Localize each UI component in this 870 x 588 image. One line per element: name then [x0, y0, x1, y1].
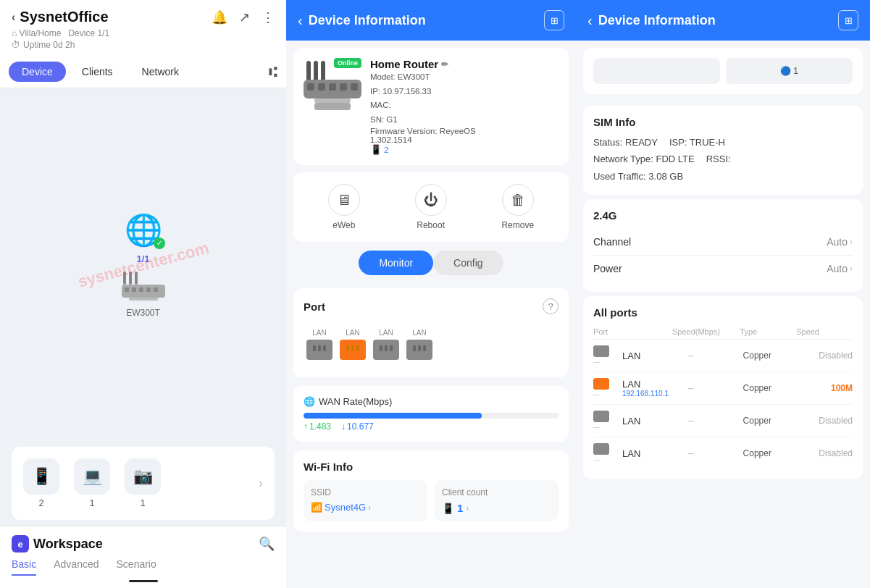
- phone-icon: 📱: [23, 458, 59, 495]
- port-item-4: LAN: [406, 329, 432, 360]
- port-row: LAN LAN LAN LAN: [304, 322, 559, 367]
- svg-rect-9: [129, 298, 158, 301]
- reboot-icon: ⏻: [415, 184, 447, 216]
- wifi-title: Wi-Fi Info: [304, 461, 559, 473]
- svg-rect-1: [129, 272, 132, 285]
- port-row-4: — LAN -- Copper Disabled: [593, 437, 853, 469]
- wan-rate-title: 🌐 WAN Rate(Mbps): [304, 396, 559, 407]
- svg-rect-30: [413, 345, 416, 351]
- all-ports-section: All ports Port Speed(Mbps) Type Speed — …: [583, 296, 863, 479]
- eweb-action[interactable]: 🖥 eWeb: [328, 184, 360, 230]
- port-icon-gray-1: [593, 345, 609, 357]
- topology-icon[interactable]: ⑆: [269, 64, 277, 80]
- svg-rect-12: [321, 61, 325, 81]
- left-header: ‹ SysnetOffice 🔔 ↗ ⋮ ⌂ Villa/Home Device…: [0, 0, 286, 56]
- back-chevron-icon[interactable]: ‹: [12, 11, 15, 24]
- help-icon[interactable]: ?: [543, 298, 559, 314]
- right-panel-header-icon[interactable]: ⊞: [838, 10, 858, 30]
- g24-title: 2.4G: [593, 209, 853, 222]
- power-setting[interactable]: Power Auto ›: [593, 256, 853, 282]
- all-ports-title: All ports: [593, 306, 853, 319]
- tab-network[interactable]: Network: [129, 62, 192, 82]
- upload-value: ↑ 1.483: [304, 421, 331, 432]
- workspace-icon: e: [12, 535, 29, 553]
- edit-icon[interactable]: ✏: [441, 59, 448, 70]
- tab-clients[interactable]: Clients: [69, 62, 126, 82]
- more-icon[interactable]: ⋮: [262, 9, 275, 25]
- svg-rect-22: [318, 345, 321, 351]
- phone-small-icon: 📱: [370, 144, 382, 155]
- port-block-gray-3[interactable]: [373, 340, 399, 360]
- clock-icon: ⏱: [12, 40, 20, 50]
- svg-rect-27: [380, 345, 382, 351]
- tab-scenario[interactable]: Scenario: [117, 558, 156, 576]
- partial-top-card: 🔵 1: [583, 48, 863, 94]
- upgrade-link[interactable]: 📱 2: [370, 144, 476, 155]
- bell-icon[interactable]: 🔔: [212, 9, 227, 25]
- device-label: EW300T: [126, 308, 160, 318]
- ports-table-header: Port Speed(Mbps) Type Speed: [593, 324, 853, 340]
- sim-traffic-row: Used Traffic: 3.08 GB: [593, 168, 853, 185]
- app-title: ‹ SysnetOffice: [12, 9, 109, 25]
- port-item-1: LAN: [306, 329, 332, 360]
- tab-basic[interactable]: Basic: [12, 558, 36, 576]
- workspace-title: e Workspace: [12, 535, 103, 553]
- search-icon[interactable]: 🔍: [259, 536, 275, 552]
- wan-values: ↑ 1.483 ↓ 10.677: [304, 421, 559, 432]
- top-card-left: [593, 58, 720, 84]
- tab-advanced[interactable]: Advanced: [54, 558, 99, 576]
- monitor-button[interactable]: Monitor: [359, 251, 433, 275]
- chevron-right-icon: ›: [850, 237, 853, 247]
- svg-rect-14: [307, 83, 314, 91]
- device-item-camera[interactable]: 📷 1: [125, 458, 161, 508]
- check-icon: ✓: [154, 238, 165, 249]
- right-back-icon[interactable]: ‹: [587, 12, 593, 29]
- top-card-right: 🔵 1: [726, 58, 853, 84]
- svg-rect-32: [423, 345, 426, 351]
- client-icon: 📱: [442, 503, 454, 514]
- svg-rect-25: [351, 345, 354, 351]
- svg-rect-23: [323, 345, 326, 351]
- arrow-right-icon[interactable]: ›: [259, 476, 263, 491]
- remove-action[interactable]: 🗑 Remove: [501, 184, 534, 230]
- svg-rect-29: [390, 345, 393, 351]
- svg-rect-15: [318, 83, 325, 91]
- g24-section: 2.4G Channel Auto › Power Auto ›: [583, 199, 863, 292]
- svg-rect-19: [314, 98, 351, 103]
- middle-header: ‹ Device Information ⊞: [286, 0, 576, 41]
- port-row-3: — LAN -- Copper Disabled: [593, 405, 853, 437]
- tab-device[interactable]: Device: [9, 62, 66, 82]
- config-button[interactable]: Config: [433, 251, 503, 275]
- device-details: Home Router ✏ Model: EW300T IP: 10.97.15…: [370, 58, 476, 155]
- right-header: ‹ Device Information ⊞: [576, 0, 870, 41]
- ssid-cell[interactable]: SSID 📶 Sysnet4G ›: [304, 480, 427, 521]
- device-info-card: Online Home Router ✏ Model: EW300T IP: 1…: [293, 48, 569, 165]
- svg-rect-16: [329, 83, 336, 91]
- eweb-icon: 🖥: [328, 184, 360, 216]
- main-content: sysnetcenter.com 🌐 ✓ 1/1 EW300T: [0, 88, 286, 441]
- svg-rect-5: [132, 287, 136, 292]
- port-block-gray-4[interactable]: [406, 340, 432, 360]
- globe-small-icon: 🌐: [304, 396, 315, 407]
- svg-rect-4: [125, 287, 129, 292]
- bottom-tabs: Basic Advanced Scenario: [12, 558, 275, 576]
- channel-setting[interactable]: Channel Auto ›: [593, 229, 853, 256]
- left-panel: ‹ SysnetOffice 🔔 ↗ ⋮ ⌂ Villa/Home Device…: [0, 0, 286, 588]
- port-section: Port ? LAN LAN LAN: [293, 288, 569, 377]
- reboot-action[interactable]: ⏻ Reboot: [415, 184, 447, 230]
- port-block-orange[interactable]: [340, 340, 366, 360]
- breadcrumb: ⌂ Villa/Home Device 1/1: [12, 28, 275, 38]
- port-block-gray-1[interactable]: [306, 340, 332, 360]
- panel-header-icon[interactable]: ⊞: [544, 10, 564, 30]
- device-diagram: 🌐 ✓ 1/1 EW300T: [122, 212, 165, 318]
- middle-back-icon[interactable]: ‹: [298, 12, 303, 29]
- client-count-cell[interactable]: Client count 📱 1 ›: [435, 480, 559, 521]
- svg-rect-7: [146, 287, 151, 292]
- share-icon[interactable]: ↗: [239, 9, 250, 25]
- wifi-grid: SSID 📶 Sysnet4G › Client count 📱 1 ›: [304, 480, 559, 521]
- device-item-phone[interactable]: 📱 2: [23, 458, 59, 508]
- home-icon: ⌂: [12, 28, 17, 38]
- svg-rect-26: [356, 345, 359, 351]
- device-item-laptop[interactable]: 💻 1: [74, 458, 110, 508]
- tab-bar: Device Clients Network ⑆: [0, 56, 286, 88]
